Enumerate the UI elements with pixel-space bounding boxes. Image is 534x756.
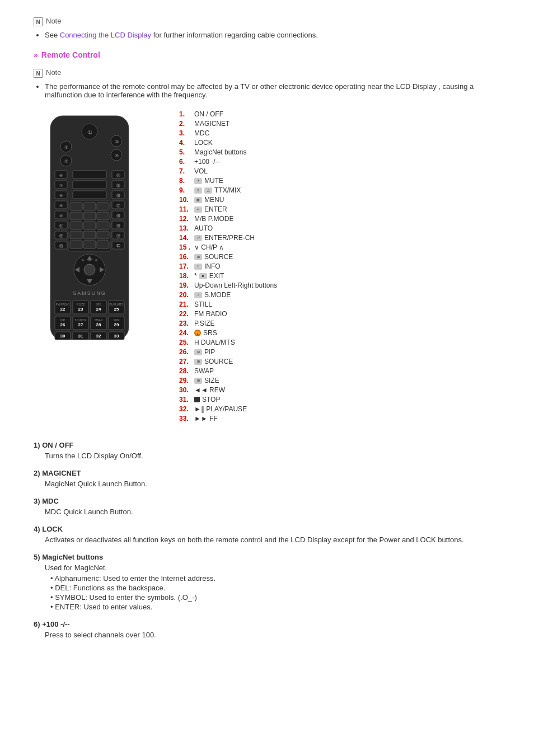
svg-text:⑮: ⑮ <box>116 184 120 187</box>
note-icon-1: N <box>34 17 43 26</box>
svg-text:SWAP: SWAP <box>95 318 103 322</box>
legend-item-18: 18. * ■ EXIT <box>179 272 500 280</box>
svg-text:SIZE: SIZE <box>113 318 120 322</box>
svg-rect-53 <box>70 222 82 229</box>
svg-text:⑰: ⑰ <box>116 204 120 208</box>
legend-list: 1. ON / OFF 2. MAGICNET 3. MDC 4. LOCK 5… <box>179 110 500 424</box>
desc-bullet-5-2: DEL: Functions as the backspace. <box>50 584 500 592</box>
note-label-2: Note <box>46 68 61 77</box>
desc-text-2: MagicNet Quick Launch Button. <box>45 480 500 488</box>
svg-rect-49 <box>97 203 109 210</box>
svg-text:DUAL/MTS: DUAL/MTS <box>109 303 124 306</box>
remote-control-header: Remote Control <box>34 50 500 59</box>
svg-point-69 <box>88 259 91 261</box>
desc-bullet-5-1: Alphanumeric: Used to enter the Internet… <box>50 574 500 583</box>
svg-text:24: 24 <box>96 307 101 312</box>
legend-item-32: 32. ►‖ PLAY/PAUSE <box>179 405 500 413</box>
legend-item-29: 29. ⊠ SIZE <box>179 377 500 384</box>
legend-item-12: 12. M/B P.MODE <box>179 215 500 223</box>
svg-text:⑳: ⑳ <box>116 234 120 238</box>
svg-text:⑱: ⑱ <box>116 214 120 218</box>
svg-text:⑬: ⑬ <box>59 244 63 248</box>
svg-text:⑦: ⑦ <box>59 184 63 187</box>
note-bullets-1: See Connecting the LCD Display for furth… <box>45 31 500 39</box>
desc-text-5: Used for MagicNet. <box>45 564 500 572</box>
legend-item-8: 8. ✕ MUTE <box>179 177 500 185</box>
legend-item-19: 19. Up-Down Left-Right buttons <box>179 281 500 289</box>
desc-item-1: 1) ON / OFF Turns the LCD Display On/Off… <box>34 441 500 460</box>
svg-text:⑥: ⑥ <box>59 173 63 177</box>
svg-text:32: 32 <box>96 334 101 339</box>
note-block-2: N Note <box>34 68 500 78</box>
remote-image: ① ② ③ ④ ⑤ ⑥ ⑦ ⑧ <box>34 110 162 347</box>
legend-item-7: 7. VOL <box>179 167 500 175</box>
svg-rect-48 <box>83 203 96 210</box>
note-label-1: Note <box>46 17 61 25</box>
svg-text:FM RADIO: FM RADIO <box>56 303 70 306</box>
legend-item-16: 16. ⊞ SOURCE <box>179 253 500 261</box>
legend-item-5: 5. MagicNet buttons <box>179 148 500 156</box>
svg-text:③: ③ <box>115 139 119 144</box>
note-bullet-item-2: The performance of the remote control ma… <box>45 82 500 99</box>
description-section: 1) ON / OFF Turns the LCD Display On/Off… <box>34 441 500 639</box>
svg-rect-55 <box>97 222 109 229</box>
svg-point-70 <box>95 259 97 261</box>
svg-rect-57 <box>83 231 96 239</box>
legend-item-23: 23. P.SIZE <box>179 320 500 327</box>
svg-text:29: 29 <box>114 322 119 327</box>
legend-item-20: 20. ♪ S.MODE <box>179 291 500 299</box>
svg-rect-60 <box>83 241 96 248</box>
legend-item-2: 2. MAGICNET <box>179 120 500 128</box>
desc-text-3: MDC Quick Launch Button. <box>45 508 500 516</box>
legend-item-11: 11. ↵ ENTER <box>179 205 500 213</box>
svg-text:①: ① <box>87 129 92 135</box>
legend-item-21: 21. STILL <box>179 300 500 308</box>
legend-item-4: 4. LOCK <box>179 139 500 147</box>
legend-item-13: 13. AUTO <box>179 224 500 232</box>
svg-text:25: 25 <box>114 307 119 312</box>
svg-text:30: 30 <box>60 334 65 339</box>
legend-item-30: 30. ◄◄ REW <box>179 386 500 394</box>
svg-rect-19 <box>73 191 106 199</box>
svg-rect-50 <box>70 212 82 220</box>
desc-text-1: Turns the LCD Display On/Off. <box>45 452 500 460</box>
svg-text:⑫: ⑫ <box>59 234 63 238</box>
svg-rect-18 <box>73 181 106 189</box>
svg-text:②: ② <box>64 145 68 150</box>
svg-text:PIP: PIP <box>60 318 65 322</box>
svg-rect-56 <box>70 231 82 239</box>
svg-text:27: 27 <box>78 322 83 327</box>
legend-item-28: 28. SWAP <box>179 367 500 375</box>
note-bullets-2: The performance of the remote control ma… <box>45 82 500 99</box>
desc-text-4: Activates or deactivates all function ke… <box>45 536 500 544</box>
svg-text:28: 28 <box>96 322 101 327</box>
svg-rect-58 <box>97 231 109 239</box>
desc-item-3: 3) MDC MDC Quick Launch Button. <box>34 497 500 516</box>
svg-rect-47 <box>70 203 82 210</box>
legend-item-15: 15 . ∨ CH/P ∧ <box>179 243 500 251</box>
lcd-display-link[interactable]: Connecting the LCD Display <box>60 31 151 39</box>
note-icon-2: N <box>34 69 43 78</box>
legend-item-26: 26. ⊡ PIP <box>179 348 500 356</box>
svg-text:④: ④ <box>115 153 119 158</box>
legend-item-14: 14. ⏎ ENTER/PRE-CH <box>179 234 500 242</box>
svg-text:⑭: ⑭ <box>116 173 120 177</box>
legend-item-17: 17. □ INFO <box>179 262 500 270</box>
svg-point-68 <box>82 259 84 261</box>
desc-bullets-5: Alphanumeric: Used to enter the Internet… <box>50 574 500 611</box>
legend-item-27: 27. ⊞ SOURCE <box>179 358 500 365</box>
svg-rect-59 <box>70 241 82 248</box>
legend-item-24: 24. ● SRS <box>179 329 500 337</box>
svg-point-63 <box>84 264 95 275</box>
svg-text:⑯: ⑯ <box>116 194 120 198</box>
legend-item-22: 22. FM RADIO <box>179 310 500 318</box>
legend-item-25: 25. H DUAL/MTS <box>179 339 500 346</box>
desc-item-6: 6) +100 -/-- Press to select channels ov… <box>34 620 500 639</box>
svg-text:㉑: ㉑ <box>116 244 120 248</box>
desc-item-5: 5) MagicNet buttons Used for MagicNet. A… <box>34 553 500 611</box>
svg-text:23: 23 <box>78 307 83 312</box>
desc-text-6: Press to select channels over 100. <box>45 631 500 639</box>
legend-item-31: 31. STOP <box>179 396 500 403</box>
svg-text:⑧: ⑧ <box>59 194 63 198</box>
svg-rect-54 <box>83 222 96 229</box>
